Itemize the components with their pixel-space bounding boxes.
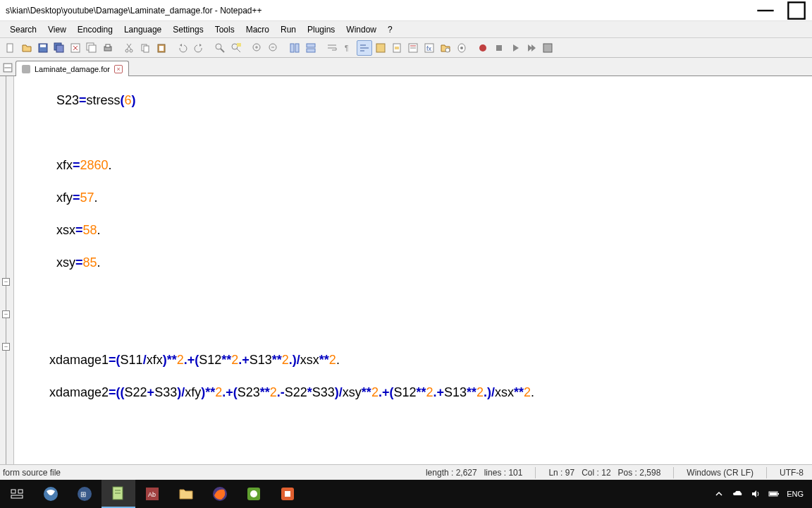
menu-view[interactable]: View [42, 23, 72, 36]
menu-run[interactable]: Run [275, 23, 302, 36]
volume-icon[interactable] [750, 488, 761, 500]
save-all-icon[interactable] [51, 40, 67, 56]
stop-macro-icon[interactable] [491, 40, 507, 56]
zoom-out-icon[interactable] [266, 40, 281, 56]
tab-close-icon[interactable]: × [114, 65, 123, 73]
svg-text:fx: fx [426, 45, 432, 52]
fold-margin[interactable]: − − − [0, 76, 14, 464]
sync-h-icon[interactable] [303, 40, 319, 56]
svg-point-24 [232, 44, 238, 49]
save-macro-icon[interactable] [540, 40, 555, 56]
code-view[interactable]: S23=stress(6) xfx=2860. xfy=57. xsx=58. … [14, 76, 812, 464]
menu-settings[interactable]: Settings [167, 23, 209, 36]
tab-active[interactable]: Laminate_damage.for × [16, 61, 129, 76]
file-explorer-icon[interactable] [169, 480, 203, 508]
svg-rect-54 [496, 45, 502, 51]
file-icon [22, 65, 30, 73]
svg-rect-26 [237, 43, 241, 47]
menu-plugins[interactable]: Plugins [302, 23, 340, 36]
fold-box-icon[interactable]: − [2, 278, 10, 286]
window-title: s\kian\Desktop\youtube\Damage\Laminate_d… [6, 6, 756, 16]
play-macro-icon[interactable] [508, 40, 523, 56]
app-icon[interactable]: Ab [135, 480, 169, 508]
menu-search[interactable]: Search [4, 23, 42, 36]
find-icon[interactable] [212, 40, 228, 56]
status-position: Ln : 97 Col : 12 Pos : 2,598 [540, 468, 669, 478]
editor-area[interactable]: − − − S23=stress(6) xfx=2860. xfy=57. xs… [0, 76, 812, 464]
tray-language[interactable]: ENG [787, 490, 804, 498]
doc-map-icon[interactable] [389, 40, 405, 56]
svg-rect-1 [788, 2, 804, 18]
svg-rect-21 [159, 46, 164, 51]
svg-rect-35 [307, 49, 315, 52]
svg-rect-42 [376, 44, 385, 52]
close-icon[interactable] [68, 40, 83, 56]
svg-point-22 [216, 44, 221, 49]
minimize-button[interactable] [756, 4, 775, 18]
user-lang-icon[interactable] [373, 40, 388, 56]
app-icon[interactable] [34, 480, 68, 508]
svg-rect-33 [295, 44, 299, 52]
onedrive-icon[interactable] [732, 488, 743, 500]
status-filetype: form source file [0, 468, 176, 478]
folder-workspace-icon[interactable] [438, 40, 453, 56]
svg-rect-58 [18, 490, 23, 493]
menu-macro[interactable]: Macro [240, 23, 275, 36]
tab-label: Laminate_damage.for [35, 65, 110, 73]
tray-up-icon[interactable] [713, 488, 725, 500]
svg-rect-55 [543, 44, 552, 52]
svg-rect-57 [11, 490, 16, 493]
toolbar: ¶ fx [0, 38, 812, 58]
svg-line-23 [221, 49, 224, 52]
new-file-icon[interactable] [3, 40, 18, 56]
tab-bar: Laminate_damage.for × [0, 58, 812, 76]
status-encoding: UTF-8 [771, 468, 812, 478]
maximize-button[interactable] [787, 4, 806, 18]
sync-v-icon[interactable] [287, 40, 302, 56]
battery-icon[interactable] [768, 488, 780, 500]
tab-switch-icon[interactable] [3, 63, 13, 73]
redo-icon[interactable] [191, 40, 207, 56]
menu-encoding[interactable]: Encoding [72, 23, 118, 36]
svg-rect-13 [106, 44, 110, 47]
play-multi-icon[interactable] [524, 40, 539, 56]
record-macro-icon[interactable] [475, 40, 491, 56]
task-view-icon[interactable] [0, 480, 34, 508]
recorder-icon[interactable] [271, 480, 304, 508]
close-all-icon[interactable] [84, 40, 99, 56]
status-eol: Windows (CR LF) [678, 468, 762, 478]
fold-box-icon[interactable]: − [2, 343, 10, 351]
svg-text:Ab: Ab [148, 491, 156, 498]
print-icon[interactable] [100, 40, 116, 56]
svg-text:¶: ¶ [345, 44, 348, 52]
svg-line-25 [237, 49, 240, 52]
firefox-icon[interactable] [203, 480, 237, 508]
all-chars-icon[interactable]: ¶ [340, 40, 356, 56]
cut-icon[interactable] [121, 40, 137, 56]
svg-text:⊞: ⊞ [80, 490, 86, 498]
fold-box-icon[interactable]: − [2, 310, 10, 318]
menu-window[interactable]: Window [340, 23, 382, 36]
open-file-icon[interactable] [19, 40, 35, 56]
monitor-icon[interactable] [454, 40, 469, 56]
wordwrap-icon[interactable] [324, 40, 340, 56]
indent-guide-icon[interactable] [357, 40, 372, 56]
svg-rect-6 [56, 45, 63, 52]
menu-language[interactable]: Language [118, 23, 167, 36]
camtasia-icon[interactable] [237, 480, 271, 508]
menu-help[interactable]: ? [382, 23, 398, 36]
app-icon[interactable]: ⊞ [68, 480, 102, 508]
copy-icon[interactable] [137, 40, 153, 56]
func-list-icon[interactable]: fx [422, 40, 437, 56]
taskbar: ⊞ Ab ENG [0, 480, 812, 508]
menu-tools[interactable]: Tools [209, 23, 240, 36]
doc-list-icon[interactable] [405, 40, 421, 56]
paste-icon[interactable] [154, 40, 169, 56]
save-icon[interactable] [35, 40, 51, 56]
undo-icon[interactable] [175, 40, 190, 56]
svg-rect-72 [285, 491, 290, 497]
notepadpp-taskbar-icon[interactable] [102, 480, 135, 508]
replace-icon[interactable] [228, 40, 244, 56]
status-length: length : 2,627 lines : 101 [417, 468, 531, 478]
zoom-in-icon[interactable] [250, 40, 265, 56]
